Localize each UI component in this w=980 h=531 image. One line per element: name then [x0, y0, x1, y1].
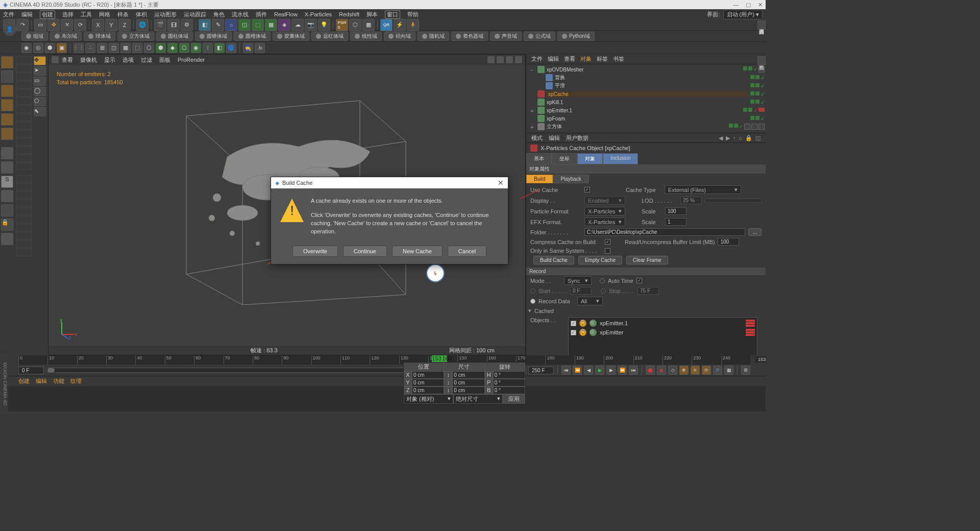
live-select-tool[interactable]: ▭ — [34, 19, 46, 31]
particle-format-dropdown[interactable]: X-Particles▾ — [584, 207, 625, 215]
xp-btn-1[interactable]: ◉ — [21, 43, 32, 53]
xp-btn-10[interactable]: ⬚ — [132, 43, 142, 53]
light-button[interactable]: 💡 — [318, 19, 330, 31]
cached-object-xpEmitter[interactable]: ✓🔒⚙xpEmitter — [570, 328, 756, 337]
vp-lasso-tool[interactable]: ◯ — [34, 87, 46, 96]
redo-button[interactable]: ↷ — [16, 19, 29, 31]
prev-key-button[interactable]: ⏪ — [573, 366, 582, 375]
coord-obj-mode-dropdown[interactable]: 对象 (相对)▾ — [404, 394, 453, 404]
filter-2[interactable] — [16, 64, 32, 72]
xp-btn-8[interactable]: ◫ — [109, 43, 119, 53]
om-tab-对象[interactable]: 对象 — [580, 55, 592, 63]
tab-playback[interactable]: Playback — [553, 175, 589, 183]
menu-样条[interactable]: 样条 — [117, 11, 129, 18]
xp-btn-18[interactable]: 🌀 — [226, 43, 236, 53]
menu-流水线[interactable]: 流水线 — [232, 11, 249, 18]
play-fwd-button[interactable]: ▶ — [595, 366, 604, 375]
spline-pen-button[interactable]: ✎ — [212, 19, 224, 31]
goto-end-button[interactable]: ⏭ — [629, 366, 638, 375]
character-button[interactable]: 🧍 — [407, 19, 419, 31]
attr-tab-edit[interactable]: 编辑 — [549, 134, 560, 142]
coord-apply-button[interactable]: 应用 — [503, 394, 525, 404]
move-tool[interactable]: ✥ — [47, 19, 60, 31]
coord-H-rot[interactable] — [493, 371, 525, 379]
vp-menu-面板[interactable]: 面板 — [159, 56, 170, 64]
attr-tab-基本[interactable]: 基本 — [526, 153, 552, 164]
scale2-input[interactable] — [665, 218, 687, 226]
magnet-button[interactable] — [1, 204, 13, 216]
coord-X-size[interactable] — [452, 371, 484, 379]
attr-tab-Inclusion[interactable]: Inclusion — [603, 153, 638, 164]
record-start-input[interactable] — [570, 287, 592, 295]
vp-menu-过滤[interactable]: 过滤 — [141, 56, 152, 64]
close-button[interactable]: ✕ — [758, 2, 763, 8]
field-pill-圆锥体域[interactable]: 圆锥体域 — [195, 32, 232, 41]
record-data-dropdown[interactable]: All▾ — [577, 297, 603, 305]
use-cache-checkbox[interactable]: ✓ — [584, 187, 590, 192]
attr-nav-up[interactable]: ↑ — [733, 135, 736, 141]
field-pill-胶囊体域[interactable]: 胶囊体域 — [273, 32, 309, 41]
filter-b9[interactable] — [16, 240, 32, 248]
menu-窗口[interactable]: 窗口 — [385, 10, 400, 19]
coord-X-pos[interactable] — [412, 371, 444, 379]
overwrite-button[interactable]: Overwrite — [292, 246, 338, 257]
workplane-mode-button[interactable] — [1, 85, 13, 97]
cube-primitive-button[interactable]: ◧ — [199, 19, 211, 31]
mat-menu-创建[interactable]: 创建 — [18, 377, 30, 385]
object-row-xpOVDBMesher[interactable]: −xpOVDBMesher✓ — [527, 65, 765, 74]
filter-b2[interactable] — [16, 183, 32, 191]
model-mode-button[interactable] — [1, 56, 13, 68]
xp-btn-15[interactable]: ◉ — [191, 43, 201, 53]
attr-nav-home[interactable]: ⌂ — [739, 135, 742, 141]
poly-mode-button[interactable] — [1, 128, 13, 140]
cached-objects-list[interactable]: ✓🔒⚙xpEmitter.1✓🔒⚙xpEmitter — [568, 317, 757, 355]
xp-btn-6[interactable]: ∴ — [85, 43, 95, 53]
om-tab-标签[interactable]: 标签 — [597, 55, 608, 63]
vp-menu-查看[interactable]: 查看 — [62, 56, 73, 64]
filter-6[interactable] — [16, 97, 32, 105]
coord-Y-size[interactable] — [452, 379, 484, 387]
menu-X-Particles[interactable]: X-Particles — [305, 11, 332, 17]
filter-8[interactable] — [16, 113, 32, 121]
key-rot-button[interactable]: ⟳ — [702, 366, 711, 375]
compress-checkbox[interactable]: ✓ — [605, 239, 610, 245]
vp-nav-1[interactable] — [487, 56, 495, 63]
filter-b8[interactable] — [16, 232, 32, 240]
attr-nav-new[interactable]: ◫ — [755, 135, 761, 141]
vp-nav-2[interactable] — [497, 56, 504, 63]
subdiv-button[interactable]: ▦ — [265, 19, 277, 31]
prev-frame-button[interactable]: ◀ — [584, 366, 593, 375]
xp-btn-7[interactable]: ⊞ — [97, 43, 107, 53]
mat-menu-编辑[interactable]: 编辑 — [36, 377, 47, 385]
coord-Y-pos[interactable] — [412, 379, 444, 387]
menu-工具[interactable]: 工具 — [81, 11, 92, 18]
filter-7[interactable] — [16, 105, 32, 113]
menu-网格[interactable]: 网格 — [99, 11, 110, 18]
filter-3[interactable] — [16, 73, 32, 80]
filter-b4[interactable] — [16, 200, 32, 207]
filter-1[interactable] — [16, 56, 32, 64]
xp-btn-16[interactable]: T — [203, 43, 213, 53]
attr-nav-fwd[interactable]: ▶ — [726, 135, 730, 141]
menu-运动图形[interactable]: 运动图形 — [154, 11, 177, 18]
camera-button[interactable]: 📷 — [305, 19, 317, 31]
object-row-xpEmitter.1[interactable]: +xpEmitter.1✓ — [527, 106, 765, 114]
coord-B-rot[interactable] — [493, 387, 525, 394]
xp-btn-9[interactable]: ▦ — [120, 43, 131, 53]
menu-编辑[interactable]: 编辑 — [21, 11, 33, 18]
vp-menu-选项[interactable]: 选项 — [122, 56, 134, 64]
next-frame-button[interactable]: ▶ — [606, 366, 616, 375]
field-pill-径向域[interactable]: 径向域 — [384, 32, 415, 41]
field-pill-布尔域[interactable]: 布尔域 — [50, 32, 82, 41]
cached-section-label[interactable]: Cached — [534, 308, 554, 314]
object-row-立方体[interactable]: +立方体✓ — [527, 123, 765, 131]
point-mode-button[interactable] — [1, 99, 13, 111]
qr-button[interactable]: QR — [380, 19, 393, 31]
edge-mode-button[interactable] — [1, 113, 13, 126]
generator-button[interactable]: ◫ — [238, 19, 251, 31]
field-pill-球体域[interactable]: 球体域 — [84, 32, 115, 41]
next-key-button[interactable]: ⏩ — [618, 366, 627, 375]
xp-btn-14[interactable]: ⬡ — [179, 43, 189, 53]
environment-button[interactable]: ☁ — [291, 19, 304, 31]
attr-tab-mode[interactable]: 模式 — [531, 134, 543, 142]
